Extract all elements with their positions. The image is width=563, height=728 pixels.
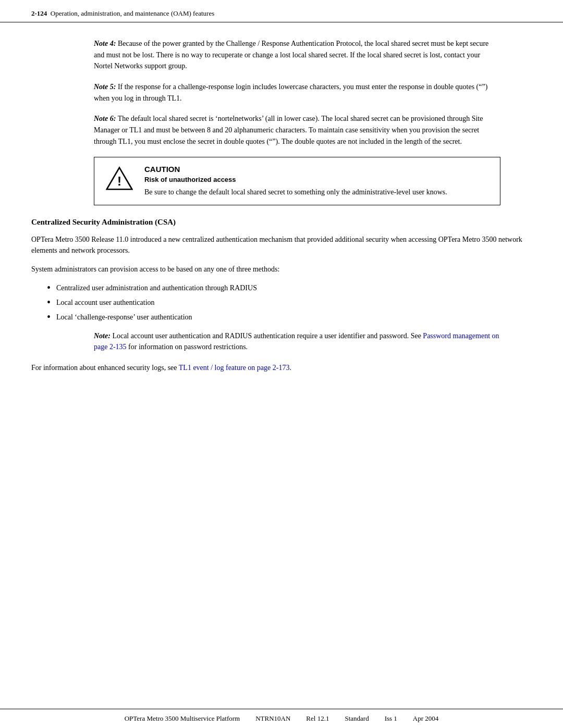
main-content: Note 4: Because of the power granted by … [0, 22, 563, 402]
csa-heading: Centralized Security Administration (CSA… [31, 218, 532, 227]
csa-note: Note: Local account user authentication … [94, 330, 500, 353]
bullet-text-2: Local account user authentication [56, 297, 532, 309]
footer-iss: Iss 1 [385, 714, 397, 723]
notes-section: Note 4: Because of the power granted by … [94, 38, 500, 205]
note-6: Note 6: The default local shared secret … [94, 113, 500, 147]
page: 2-124 Operation, administration, and mai… [0, 0, 563, 728]
header-page-number: 2-124 [31, 9, 47, 18]
footer-product: OPTera Metro 3500 Multiservice Platform [125, 714, 240, 723]
caution-subtitle: Risk of unauthorized access [144, 176, 491, 183]
caution-box: ! CAUTION Risk of unauthorized access Be… [94, 157, 500, 205]
footer-release: Rel 12.1 [306, 714, 329, 723]
bullet-text-3: Local ‘challenge-response’ user authenti… [56, 312, 532, 323]
bullet-item-3: • Local ‘challenge-response’ user authen… [47, 312, 532, 323]
note-6-label: Note 6: [94, 115, 116, 122]
csa-para1: OPTera Metro 3500 Release 11.0 introduce… [31, 234, 532, 256]
note-4-label: Note 4: [94, 40, 116, 47]
note-6-text: The default local shared secret is ‘nort… [94, 115, 483, 145]
header-title: Operation, administration, and maintenan… [47, 9, 214, 18]
csa-section: Centralized Security Administration (CSA… [31, 218, 532, 374]
bullet-dot-1: • [47, 281, 56, 294]
bullet-dot-3: • [47, 311, 56, 323]
csa-note-text2: for information on password restrictions… [127, 343, 248, 351]
note-4: Note 4: Because of the power granted by … [94, 38, 500, 72]
bullet-item-2: • Local account user authentication [47, 297, 532, 309]
final-para-post: . [289, 364, 291, 372]
svg-text:!: ! [117, 174, 121, 188]
caution-text: Be sure to change the default local shar… [144, 187, 491, 198]
note-4-text: Because of the power granted by the Chal… [94, 40, 488, 70]
caution-title: CAUTION [144, 165, 491, 174]
bullet-list: • Centralized user administration and au… [47, 282, 532, 323]
csa-note-para: Note: Local account user authentication … [94, 330, 500, 353]
footer-doc-id: NTRN10AN [255, 714, 290, 723]
csa-note-label: Note: [94, 332, 111, 340]
page-footer: OPTera Metro 3500 Multiservice Platform … [0, 709, 563, 728]
note-5-text: If the response for a challenge-response… [94, 83, 487, 102]
footer-standard: Standard [345, 714, 369, 723]
page-header: 2-124 Operation, administration, and mai… [0, 0, 563, 22]
bullet-item-1: • Centralized user administration and au… [47, 282, 532, 294]
bullet-dot-2: • [47, 296, 56, 309]
csa-note-text: Local account user authentication and RA… [112, 332, 423, 340]
tl1-event-link[interactable]: TL1 event / log feature on page 2-173 [179, 364, 290, 372]
note-5: Note 5: If the response for a challenge-… [94, 81, 500, 104]
final-para-pre: For information about enhanced security … [31, 364, 179, 372]
caution-icon: ! [104, 165, 135, 192]
caution-content: CAUTION Risk of unauthorized access Be s… [144, 165, 491, 198]
note-5-label: Note 5: [94, 83, 116, 91]
final-para: For information about enhanced security … [31, 362, 532, 374]
csa-para2: System administrators can provision acce… [31, 264, 532, 275]
bullet-text-1: Centralized user administration and auth… [56, 282, 532, 294]
footer-date: Apr 2004 [413, 714, 438, 723]
